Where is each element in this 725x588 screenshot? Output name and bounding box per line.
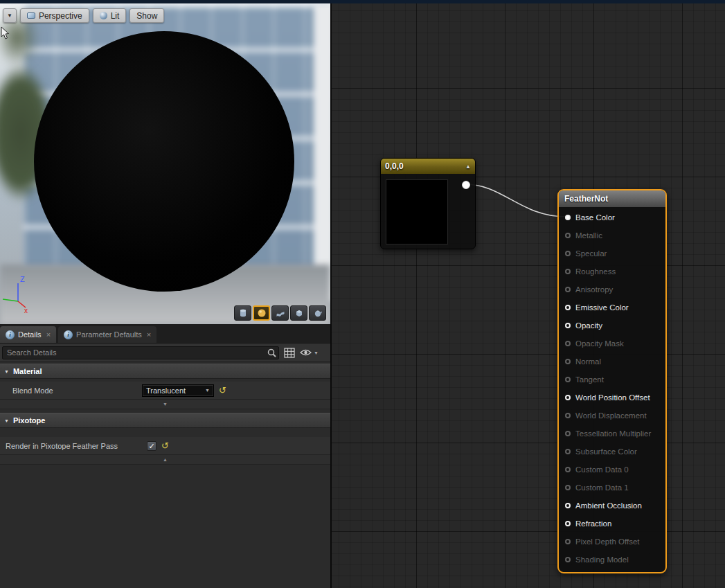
preview-mesh-cylinder-button[interactable] — [234, 305, 251, 321]
material-pin-custom-data-1[interactable]: Custom Data 1 — [559, 479, 665, 497]
feather-pass-row: Render in Pixotope Feather Pass ✓ ↺ — [0, 437, 330, 455]
viewport-options-dropdown-button[interactable]: ▼ — [3, 8, 17, 23]
pin-circle-icon[interactable] — [565, 251, 571, 256]
material-pin-refraction[interactable]: Refraction — [559, 515, 665, 533]
preview-mesh-teapot-button[interactable] — [309, 305, 326, 321]
color-swatch[interactable] — [386, 179, 448, 244]
material-pin-base-color[interactable]: Base Color — [559, 208, 665, 226]
pin-circle-icon[interactable] — [565, 359, 571, 364]
pin-circle-icon[interactable] — [565, 485, 571, 490]
mouse-cursor — [1, 26, 10, 40]
material-node-title: FeatherNot — [564, 194, 608, 204]
pin-circle-icon[interactable] — [565, 539, 571, 544]
pin-circle-icon[interactable] — [565, 377, 571, 382]
close-icon[interactable]: × — [46, 330, 51, 339]
pin-circle-icon[interactable] — [565, 503, 571, 508]
cube-icon — [294, 308, 304, 318]
lit-button[interactable]: Lit — [93, 8, 127, 23]
tab-parameter-defaults[interactable]: i Parameter Defaults × — [58, 326, 156, 343]
material-pin-ambient-occlusion[interactable]: Ambient Occlusion — [559, 497, 665, 515]
material-pin-metallic[interactable]: Metallic — [559, 226, 665, 244]
material-pin-custom-data-0[interactable]: Custom Data 0 — [559, 461, 665, 479]
constant-node-header[interactable]: 0,0,0 ▲ — [381, 159, 475, 174]
perspective-button[interactable]: Perspective — [20, 8, 89, 23]
pin-circle-icon[interactable] — [565, 413, 571, 418]
pin-label: Anisotropy — [575, 285, 613, 294]
material-pin-anisotropy[interactable]: Anisotropy — [559, 280, 665, 299]
tab-details[interactable]: i Details × — [0, 326, 56, 343]
pin-circle-icon[interactable] — [565, 557, 571, 562]
pin-label: Pixel Depth Offset — [575, 537, 639, 546]
constant-vector-node[interactable]: 0,0,0 ▲ — [380, 158, 476, 249]
pin-circle-icon[interactable] — [565, 467, 571, 472]
axis-gizmo: Z x — [1, 274, 35, 314]
pin-label: Specular — [575, 249, 607, 258]
pin-circle-icon[interactable] — [565, 341, 571, 346]
pin-circle-icon[interactable] — [565, 323, 571, 328]
show-button[interactable]: Show — [129, 8, 164, 23]
blend-mode-dropdown[interactable]: Translucent ▼ — [142, 384, 214, 397]
pin-circle-icon[interactable] — [565, 305, 571, 310]
preview-mesh-sphere-button[interactable] — [253, 305, 270, 321]
reset-to-default-icon[interactable]: ↺ — [161, 441, 169, 450]
tab-details-label: Details — [18, 330, 42, 339]
material-pin-specular[interactable]: Specular — [559, 244, 665, 262]
pin-circle-icon[interactable] — [565, 431, 571, 436]
material-pin-pixel-depth-offset[interactable]: Pixel Depth Offset — [559, 533, 665, 551]
grid-icon — [284, 348, 295, 358]
search-box — [2, 346, 279, 359]
preview-mesh-buttons — [234, 305, 326, 321]
material-pin-normal[interactable]: Normal — [559, 353, 665, 371]
material-pin-opacity-mask[interactable]: Opacity Mask — [559, 335, 665, 353]
chevron-up-icon: ▲ — [163, 457, 168, 462]
search-icon — [267, 348, 276, 357]
material-node-header[interactable]: FeatherNot — [559, 190, 665, 207]
material-graph-canvas[interactable]: 0,0,0 ▲ FeatherNot Base ColorMetallicSpe… — [332, 3, 725, 588]
pin-label: Custom Data 1 — [575, 483, 629, 492]
pin-label: Metallic — [575, 231, 602, 240]
pin-circle-icon[interactable] — [565, 287, 571, 292]
property-matrix-button[interactable] — [284, 348, 295, 358]
section-header-material[interactable]: ▼ Material — [0, 364, 330, 379]
background-pillar — [314, 3, 330, 301]
material-pin-tangent[interactable]: Tangent — [559, 371, 665, 389]
collapse-node-icon[interactable]: ▲ — [465, 163, 471, 170]
advanced-expander[interactable]: ▼ — [0, 400, 330, 409]
material-node-pins: Base ColorMetallicSpecularRoughnessAniso… — [559, 207, 665, 569]
search-input[interactable] — [2, 346, 279, 359]
preview-mesh-cube-button[interactable] — [290, 305, 307, 321]
pin-circle-icon[interactable] — [565, 521, 571, 526]
close-icon[interactable]: × — [147, 330, 151, 339]
pin-circle-icon[interactable] — [565, 233, 571, 238]
reset-to-default-icon[interactable]: ↺ — [219, 386, 226, 395]
preview-sphere — [34, 31, 294, 292]
view-options-button[interactable]: ▼ — [300, 348, 319, 357]
material-pin-emissive-color[interactable]: Emissive Color — [559, 299, 665, 317]
material-pin-subsurface-color[interactable]: Subsurface Color — [559, 443, 665, 461]
pin-label: Refraction — [575, 519, 611, 528]
output-pin[interactable] — [462, 181, 470, 189]
teapot-icon — [313, 308, 323, 318]
material-preview-viewport[interactable]: ▼ Perspective Lit Show Z x — [0, 3, 330, 324]
material-pin-tessellation-multiplier[interactable]: Tessellation Multiplier — [559, 425, 665, 443]
feather-pass-checkbox[interactable]: ✓ — [147, 441, 156, 451]
pin-circle-icon[interactable] — [565, 395, 571, 400]
feather-pass-label: Render in Pixotope Feather Pass — [0, 442, 147, 450]
info-icon: i — [64, 330, 73, 339]
section-title: Material — [13, 367, 42, 375]
pin-circle-icon[interactable] — [565, 449, 571, 454]
material-pin-opacity[interactable]: Opacity — [559, 317, 665, 335]
collapse-expander[interactable]: ▲ — [0, 455, 330, 465]
material-pin-roughness[interactable]: Roughness — [559, 262, 665, 280]
cylinder-icon — [238, 308, 248, 318]
lit-label: Lit — [111, 11, 120, 21]
material-output-node[interactable]: FeatherNot Base ColorMetallicSpecularRou… — [557, 189, 667, 573]
blend-mode-value: Translucent — [146, 386, 186, 395]
material-pin-world-displacement[interactable]: World Displacement — [559, 407, 665, 425]
pin-circle-icon[interactable] — [565, 269, 571, 274]
pin-circle-icon[interactable] — [565, 215, 571, 220]
section-header-pixotope[interactable]: ▼ Pixotope — [0, 413, 330, 428]
material-pin-shading-model[interactable]: Shading Model — [559, 551, 665, 569]
preview-mesh-plane-button[interactable] — [271, 305, 289, 321]
material-pin-world-position-offset[interactable]: World Position Offset — [559, 389, 665, 407]
